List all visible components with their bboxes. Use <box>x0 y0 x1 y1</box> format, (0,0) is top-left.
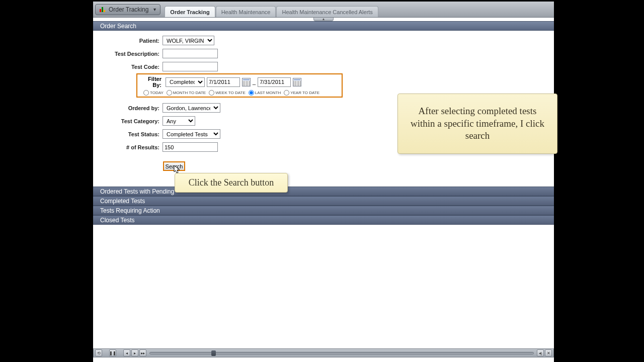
filter-radios: TODAY MONTH TO DATE WEEK TO DATE LAST MO… <box>143 90 339 96</box>
label-test-category: Test Category: <box>98 118 163 124</box>
chart-icon <box>100 7 106 12</box>
label-test-status: Test Status: <box>98 131 163 137</box>
ff-button[interactable]: ▸▸ <box>139 349 146 356</box>
num-results-input[interactable] <box>163 142 218 152</box>
label-filter-by: Filter By: <box>140 76 164 88</box>
rewind-button[interactable]: ⟲ <box>95 349 102 356</box>
filter-by-box: Filter By: Completed On _ TODAY MONTH TO… <box>136 73 343 98</box>
patient-select[interactable]: WOLF, VIRGINIA <box>163 36 214 45</box>
form-area: Patient: WOLF, VIRGINIA Test Description… <box>93 31 554 187</box>
radio-week-to-date[interactable]: WEEK TO DATE <box>209 90 246 96</box>
section-requiring-action[interactable]: Tests Requiring Action <box>93 206 554 215</box>
radio-month-to-date[interactable]: MONTH TO DATE <box>167 90 206 96</box>
results-area <box>93 225 554 362</box>
ordered-by-select[interactable]: Gordon, Lawrence <box>163 103 220 113</box>
section-header-order-search: Order Search <box>93 21 554 31</box>
radio-last-month[interactable]: LAST MONTH <box>249 90 281 96</box>
test-status-select[interactable]: Completed Tests <box>163 129 220 139</box>
app-frame: Order Tracking ▾ Order Tracking Health M… <box>93 2 554 349</box>
chevron-down-icon: ▾ <box>153 7 156 12</box>
section-ordered-pending[interactable]: Ordered Tests with Pending <box>93 187 554 196</box>
date-from-input[interactable] <box>207 77 240 87</box>
label-num-results: # of Results: <box>98 144 163 150</box>
radio-year-to-date[interactable]: YEAR TO DATE <box>284 90 319 96</box>
section-completed-tests[interactable]: Completed Tests <box>93 196 554 206</box>
tooltip-click-search: Click the Search button <box>175 173 288 193</box>
next-button[interactable]: ▸ <box>131 349 138 356</box>
calendar-from-button[interactable] <box>242 78 251 86</box>
module-dropdown-label: Order Tracking <box>109 6 148 13</box>
tab-health-maintenance[interactable]: Health Maintenance <box>216 6 276 17</box>
pause-button[interactable]: ❚❚ <box>109 349 116 356</box>
test-category-select[interactable]: Any <box>163 116 195 126</box>
test-code-input[interactable] <box>163 62 218 71</box>
section-closed-tests[interactable]: Closed Tests <box>93 215 554 225</box>
collapse-handle[interactable]: ▲ <box>313 18 334 21</box>
label-ordered-by: Ordered by: <box>98 105 163 111</box>
note-box: After selecting completed tests within a… <box>397 94 557 154</box>
radio-today[interactable]: TODAY <box>143 90 164 96</box>
date-to-input[interactable] <box>258 77 291 87</box>
search-section: Order Search Patient: WOLF, VIRGINIA Tes… <box>93 21 554 187</box>
date-separator: _ <box>253 79 256 85</box>
tab-order-tracking[interactable]: Order Tracking <box>165 6 215 17</box>
volume-button[interactable]: ◂) <box>537 349 544 356</box>
playback-bar: ⟲ ❚❚ ◂ ▸ ▸▸ ◂) ✕ <box>93 348 554 357</box>
filter-mode-select[interactable]: Completed On <box>166 77 205 87</box>
progress-knob[interactable] <box>211 350 216 356</box>
progress-track[interactable] <box>149 352 534 354</box>
search-button[interactable]: Search <box>163 161 185 171</box>
content: Order Search Patient: WOLF, VIRGINIA Tes… <box>93 21 554 349</box>
prev-button[interactable]: ◂ <box>123 349 130 356</box>
label-test-code: Test Code: <box>98 64 163 70</box>
close-button[interactable]: ✕ <box>545 349 552 356</box>
module-dropdown[interactable]: Order Tracking ▾ <box>95 4 160 15</box>
calendar-to-button[interactable] <box>293 78 301 86</box>
test-description-input[interactable] <box>163 49 218 58</box>
top-nav: Order Tracking ▾ Order Tracking Health M… <box>93 2 554 18</box>
label-patient: Patient: <box>98 38 163 44</box>
tab-hm-cancelled-alerts[interactable]: Health Maintenance Cancelled Alerts <box>276 6 378 17</box>
label-test-description: Test Description: <box>98 51 163 57</box>
